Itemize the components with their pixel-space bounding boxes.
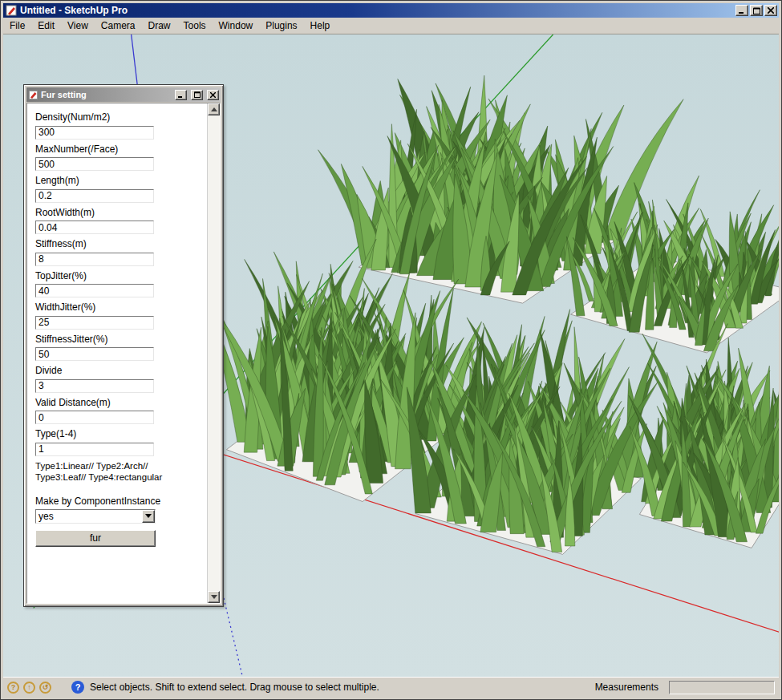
menu-tools[interactable]: Tools <box>177 18 213 33</box>
menu-file[interactable]: File <box>3 18 31 33</box>
field-stiffnessjitter: StiffnessJitter(%) <box>35 334 202 362</box>
fur-dialog-content: Density(Num/m2) MaxNumber(/Face) Length(… <box>27 103 207 603</box>
maxnumber-input[interactable] <box>35 157 154 171</box>
field-rootwidth: RootWidth(m) <box>35 207 202 235</box>
menu-view[interactable]: View <box>61 18 95 33</box>
type-note-line1: Type1:Linear// Type2:Arch// <box>35 460 202 471</box>
minimize-button[interactable] <box>735 5 748 16</box>
field-type: Type(1-4) <box>35 428 202 456</box>
fur-dialog-maximize-button[interactable] <box>191 90 203 100</box>
measurements-label: Measurements <box>595 682 658 693</box>
component-instance-label: Make by ComponentInstance <box>35 496 202 507</box>
field-length: Length(m) <box>35 175 202 203</box>
status-icon-2[interactable]: ↑ <box>23 682 35 694</box>
rootwidth-label: RootWidth(m) <box>35 207 202 218</box>
scroll-down-button[interactable] <box>208 591 220 603</box>
status-icon-3[interactable]: ↺ <box>39 682 51 694</box>
field-divide: Divide <box>35 365 202 393</box>
maxnumber-label: MaxNumber(/Face) <box>35 144 202 155</box>
component-instance-dropdown[interactable]: yes <box>35 509 156 524</box>
type-label: Type(1-4) <box>35 428 202 439</box>
menu-plugins[interactable]: Plugins <box>259 18 303 33</box>
field-maxnumber: MaxNumber(/Face) <box>35 144 202 172</box>
density-input[interactable] <box>35 126 154 140</box>
divide-label: Divide <box>35 365 202 376</box>
status-message: Select objects. Shift to extend select. … <box>88 682 591 693</box>
fur-dialog-body: Density(Num/m2) MaxNumber(/Face) Length(… <box>26 103 221 604</box>
menu-window[interactable]: Window <box>213 18 260 33</box>
dropdown-arrow-button[interactable] <box>142 510 155 523</box>
topjitter-input[interactable] <box>35 284 154 297</box>
type-input[interactable] <box>35 443 154 456</box>
component-instance-value: yes <box>36 510 142 523</box>
density-label: Density(Num/m2) <box>35 111 202 123</box>
menu-bar: File Edit View Camera Draw Tools Window … <box>3 18 779 34</box>
field-stiffness: Stiffness(m) <box>35 238 202 266</box>
fur-dialog-minimize-button[interactable] <box>175 90 187 100</box>
rootwidth-input[interactable] <box>35 221 154 234</box>
chevron-down-icon <box>145 514 152 521</box>
valid-distance-input[interactable] <box>35 411 154 424</box>
menu-help[interactable]: Help <box>304 18 337 33</box>
stiffnessjitter-label: StiffnessJitter(%) <box>35 334 202 345</box>
triangle-down-icon <box>211 595 217 602</box>
fur-button[interactable]: fur <box>35 530 156 547</box>
help-icon: ? <box>71 681 84 694</box>
length-label: Length(m) <box>35 175 202 186</box>
valid-distance-label: Valid Distance(m) <box>35 397 202 408</box>
status-bar: ? ↑ ↺ ? Select objects. Shift to extend … <box>3 677 779 697</box>
fur-dialog-title: Fur setting <box>41 90 171 99</box>
widthjitter-input[interactable] <box>35 316 154 330</box>
stiffnessjitter-input[interactable] <box>35 347 154 361</box>
stiffness-input[interactable] <box>35 253 154 266</box>
status-icon-1[interactable]: ? <box>7 682 19 694</box>
topjitter-label: TopJitter(%) <box>35 270 202 281</box>
type-note: Type1:Linear// Type2:Arch// Type3:Leaf//… <box>35 460 202 483</box>
field-widthjitter: WidthJitter(%) <box>35 301 202 330</box>
fur-dialog-titlebar[interactable]: Fur setting <box>26 87 221 102</box>
fur-dialog-scrollbar[interactable] <box>207 103 220 603</box>
triangle-up-icon <box>211 104 217 111</box>
fur-dialog-close-button[interactable] <box>207 90 219 100</box>
maximize-button[interactable] <box>750 5 763 16</box>
sketchup-logo-icon <box>5 5 17 17</box>
close-button[interactable] <box>764 5 777 16</box>
menu-edit[interactable]: Edit <box>31 18 61 33</box>
sketchup-window: Untitled - SketchUp Pro File Edit View C… <box>0 0 782 700</box>
fur-dialog-icon <box>28 90 38 99</box>
window-titlebar[interactable]: Untitled - SketchUp Pro <box>3 3 779 18</box>
divide-input[interactable] <box>35 379 154 393</box>
menu-draw[interactable]: Draw <box>142 18 177 33</box>
measurements-box[interactable] <box>669 681 775 694</box>
field-valid-distance: Valid Distance(m) <box>35 397 202 425</box>
menu-camera[interactable]: Camera <box>95 18 142 33</box>
fur-dialog: Fur setting Density(Num/m2) MaxNumber(/F… <box>23 84 224 607</box>
scroll-up-button[interactable] <box>208 103 220 115</box>
type-note-line2: Type3:Leaf// Type4:rectangular <box>35 471 202 483</box>
widthjitter-label: WidthJitter(%) <box>35 301 202 313</box>
field-topjitter: TopJitter(%) <box>35 270 202 298</box>
window-title: Untitled - SketchUp Pro <box>20 5 735 16</box>
length-input[interactable] <box>35 189 154 203</box>
stiffness-label: Stiffness(m) <box>35 238 202 249</box>
field-density: Density(Num/m2) <box>35 111 202 140</box>
